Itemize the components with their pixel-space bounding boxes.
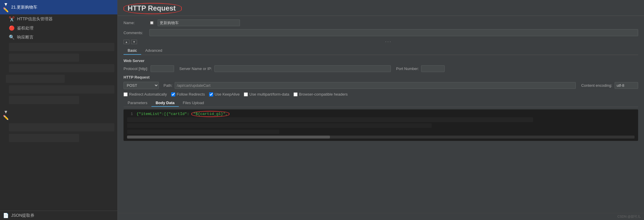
panel-header: HTTP Request — [118, 0, 644, 16]
blurred-row-2 — [9, 54, 79, 62]
sub-tab-body-data[interactable]: Body Data — [151, 99, 178, 107]
sidebar-item-json-label: JSON提取券 — [11, 213, 114, 218]
port-input[interactable] — [421, 65, 445, 72]
more-options-dots[interactable]: ··· — [139, 39, 638, 44]
checkbox-follow-redirects[interactable]: Follow Redirects — [171, 92, 205, 96]
comments-input[interactable] — [149, 29, 638, 36]
sidebar-item-http-manager[interactable]: ✂️ HTTP信息头管理器 — [6, 14, 117, 24]
checkbox-redirect-auto[interactable]: Redirect Automatically — [124, 92, 167, 96]
expand-up-button[interactable]: ▲ — [124, 40, 129, 44]
name-row: Name: 🔲 — [124, 19, 638, 26]
panel-title: HTTP Request — [124, 3, 182, 14]
blurred-row-6 — [9, 96, 79, 104]
blurred-row-3 — [9, 64, 114, 72]
horizontal-scrollbar[interactable] — [127, 136, 635, 139]
browser-headers-label: Browser-compatible headers — [299, 92, 348, 96]
multipart-label: Use multipart/form-data — [249, 92, 289, 96]
keepalive-label: Use KeepAlive — [215, 92, 240, 96]
form-area: Name: 🔲 Comments: ▲ ▼ ··· Basic Advanced… — [118, 16, 644, 213]
tab-basic[interactable]: Basic — [124, 47, 141, 55]
encoding-label: Content encoding: — [581, 83, 612, 88]
tab-advanced[interactable]: Advanced — [141, 47, 166, 55]
web-server-heading: Web Server — [124, 59, 638, 63]
pencil-icon: ▼ ✏️ — [3, 2, 9, 13]
blurred-row-1 — [9, 43, 114, 51]
code-content-1: {"itemList":[{"cartId": "${cartid_g1}", — [136, 112, 635, 116]
sidebar-item-auth[interactable]: 🔴 鉴权处理 — [6, 24, 117, 33]
footer-bar: CSDN @甜可儿 — [118, 213, 644, 220]
follow-redirects-label: Follow Redirects — [177, 92, 205, 96]
checkboxes-row: Redirect Automatically Follow Redirects … — [124, 92, 638, 96]
json-icon: 📄 — [3, 213, 9, 218]
search-icon: 🔍 — [9, 34, 15, 40]
web-server-row: Protocol [http]: Server Name or IP: Port… — [124, 65, 638, 72]
name-input[interactable] — [158, 19, 240, 26]
encoding-input[interactable] — [615, 82, 638, 89]
web-server-section: Web Server Protocol [http]: Server Name … — [124, 59, 638, 72]
blurred-row-8 — [9, 134, 79, 142]
http-request-section: HTTP Request POST GET PUT DELETE PATCH P… — [124, 75, 638, 89]
name-label: Name: — [124, 21, 147, 25]
checkbox-multipart[interactable]: Use multipart/form-data — [244, 92, 289, 96]
highlight-cartid: "${cartid_g1}", — [191, 111, 229, 117]
protocol-label: Protocol [http]: — [124, 66, 148, 71]
name-icon: 🔲 — [149, 21, 154, 25]
scrollbar-thumb — [127, 136, 330, 139]
sub-tab-files-upload[interactable]: Files Upload — [179, 99, 208, 107]
code-blurred-line-4 — [127, 130, 635, 134]
sidebar-item-label: 21.更新购物车 — [11, 5, 114, 10]
sidebar-item-response-label: 响应断言 — [17, 35, 114, 40]
comments-row: Comments: — [124, 29, 638, 36]
auth-icon: 🔴 — [9, 25, 15, 31]
sub-tab-parameters[interactable]: Parameters — [124, 99, 151, 107]
checkbox-keepalive[interactable]: Use KeepAlive — [209, 92, 240, 96]
server-label: Server Name or IP: — [179, 66, 212, 71]
sidebar-item-response[interactable]: 🔍 响应断言 — [6, 33, 117, 42]
method-select[interactable]: POST GET PUT DELETE PATCH — [124, 82, 159, 89]
sidebar: ▼ ✏️ 21.更新购物车 → ✂️ HTTP信息头管理器 🔴 鉴权处理 🔍 响… — [0, 0, 118, 220]
scissors-icon: ✂️ — [9, 16, 15, 22]
comments-label: Comments: — [124, 31, 147, 35]
keepalive-checkbox[interactable] — [209, 92, 213, 96]
divider-row: ▲ ▼ ··· — [124, 39, 638, 44]
code-blurred-line-3 — [127, 123, 432, 128]
footer-credit: CSDN @甜可儿 — [618, 214, 640, 219]
multipart-checkbox[interactable] — [244, 92, 248, 96]
sidebar-item-auth-label: 鉴权处理 — [17, 26, 114, 31]
path-input[interactable] — [175, 82, 576, 89]
browser-headers-checkbox[interactable] — [293, 92, 298, 96]
code-blurred-line-2 — [127, 117, 533, 122]
sidebar-item-edit[interactable]: ▼ ✏️ — [0, 108, 117, 122]
main-panel: HTTP Request Name: 🔲 Comments: ▲ ▼ ··· B… — [118, 0, 644, 220]
expand-down-button[interactable]: ▼ — [131, 40, 137, 44]
tabs-bar: Basic Advanced — [124, 47, 638, 55]
checkbox-browser-headers[interactable]: Browser-compatible headers — [293, 92, 348, 96]
sidebar-item-json[interactable]: 📄 JSON提取券 — [0, 211, 117, 220]
edit-icon: ▼ ✏️ — [3, 109, 9, 120]
redirect-auto-checkbox[interactable] — [124, 92, 128, 96]
follow-redirects-checkbox[interactable] — [171, 92, 175, 96]
sidebar-sub-items: ✂️ HTTP信息头管理器 🔴 鉴权处理 🔍 响应断言 — [6, 14, 117, 42]
code-line-1: 1 {"itemList":[{"cartId": "${cartid_g1}"… — [127, 112, 635, 116]
blurred-row-5 — [9, 85, 114, 94]
http-method-row: POST GET PUT DELETE PATCH Path: Content … — [124, 82, 638, 89]
protocol-input[interactable] — [151, 65, 174, 72]
path-label: Path: — [163, 83, 172, 88]
blurred-row-7 — [9, 123, 114, 131]
sidebar-item-main[interactable]: ▼ ✏️ 21.更新购物车 — [0, 0, 117, 14]
sub-tabs-bar: Parameters Body Data Files Upload — [124, 99, 638, 107]
server-input[interactable] — [214, 65, 391, 72]
port-label: Port Number: — [396, 66, 419, 71]
blurred-row-4 — [6, 75, 65, 83]
redirect-auto-label: Redirect Automatically — [129, 92, 167, 96]
line-number-1: 1 — [127, 112, 133, 116]
sidebar-item-http-manager-label: HTTP信息头管理器 — [17, 16, 114, 22]
code-editor[interactable]: 1 {"itemList":[{"cartId": "${cartid_g1}"… — [124, 109, 638, 141]
http-request-heading: HTTP Request — [124, 75, 638, 79]
